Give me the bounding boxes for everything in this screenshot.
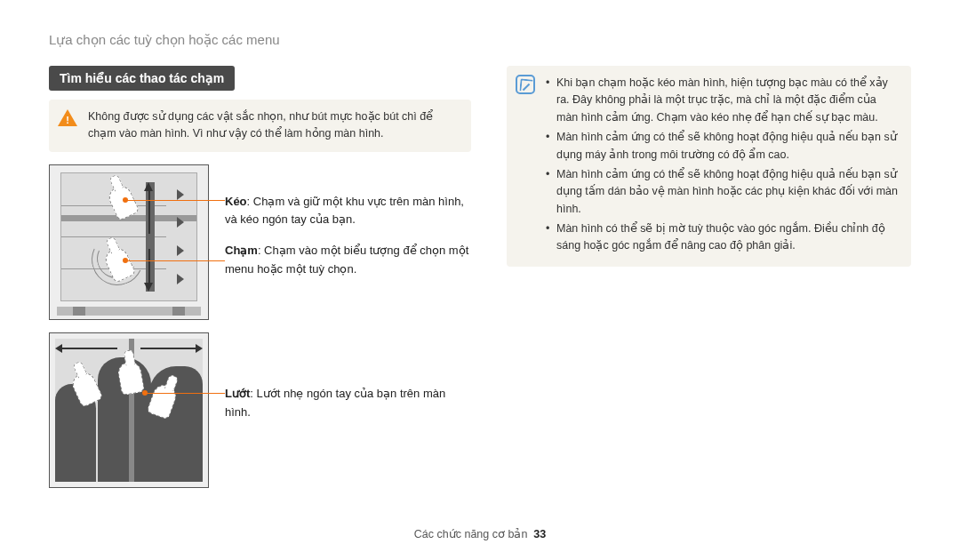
gesture-tap-text: Chạm: Chạm vào một biểu tượng để chọn mộ… <box>225 242 471 279</box>
note-item: Màn hình có thể sẽ bị mờ tuỳ thuộc vào g… <box>546 220 900 255</box>
arrow-right-icon <box>140 348 196 349</box>
note-callout: Khi bạn chạm hoặc kéo màn hình, hiện tượ… <box>507 66 911 267</box>
footer-page-number: 33 <box>533 528 546 540</box>
right-column: Khi bạn chạm hoặc kéo màn hình, hiện tượ… <box>507 66 911 488</box>
note-item: Khi bạn chạm hoặc kéo màn hình, hiện tượ… <box>546 75 900 126</box>
note-item: Màn hình cảm ứng có thể sẽ không hoạt độ… <box>546 166 900 218</box>
gesture-drag-text: Kéo: Chạm và giữ một khu vực trên màn hì… <box>225 193 471 230</box>
figure-drag-tap <box>49 164 209 320</box>
warning-callout: Không được sử dụng các vật sắc nhọn, như… <box>49 100 471 152</box>
chevron-right-icon <box>177 245 184 256</box>
footer-section-label: Các chức năng cơ bản <box>414 528 528 540</box>
section-title: Tìm hiểu các thao tác chạm <box>49 66 235 91</box>
gesture-flick-block: Lướt: Lướt nhẹ ngón tay của bạn trên màn… <box>49 332 471 488</box>
leader-line <box>125 260 225 262</box>
leader-line <box>145 393 225 395</box>
chevron-right-icon <box>177 274 184 284</box>
gesture-drag-tap-block: Kéo: Chạm và giữ một khu vực trên màn hì… <box>49 164 471 320</box>
chevron-right-icon <box>177 189 184 200</box>
note-item: Màn hình cảm ứng có thể sẽ không hoạt độ… <box>546 129 900 164</box>
warning-text: Không được sử dụng các vật sắc nhọn, như… <box>88 110 433 140</box>
left-column: Tìm hiểu các thao tác chạm Không được sử… <box>49 66 471 488</box>
leader-line <box>125 200 225 202</box>
warning-icon <box>58 108 79 130</box>
page-footer: Các chức năng cơ bản 33 <box>0 527 960 540</box>
chevron-right-icon <box>177 217 184 228</box>
arrow-left-icon <box>62 348 117 349</box>
breadcrumb: Lựa chọn các tuỳ chọn hoặc các menu <box>49 32 911 48</box>
note-icon <box>516 75 537 96</box>
note-list: Khi bạn chạm hoặc kéo màn hình, hiện tượ… <box>546 75 900 255</box>
gesture-flick-text: Lướt: Lướt nhẹ ngón tay của bạn trên màn… <box>225 385 471 422</box>
figure-flick <box>49 332 209 488</box>
